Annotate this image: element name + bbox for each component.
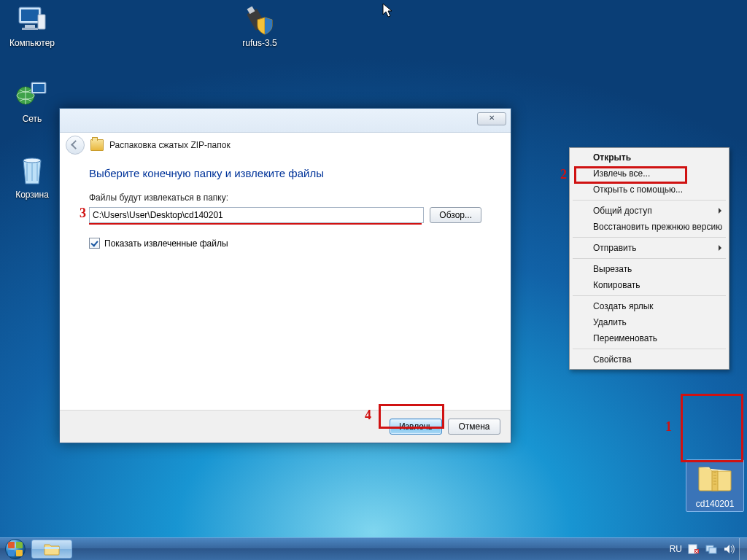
svg-point-9 <box>23 158 41 163</box>
back-button[interactable] <box>66 136 85 155</box>
desktop[interactable]: Компьютер Сеть Корзина rufus-3.5 cd14020… <box>0 0 747 538</box>
path-label: Файлы будут извлекаться в папку: <box>89 192 481 203</box>
ctx-delete[interactable]: Удалить <box>571 314 727 330</box>
desktop-icon-recycle-bin[interactable]: Корзина <box>4 153 60 200</box>
context-menu: Открыть Извлечь все... Открыть с помощью… <box>569 147 729 370</box>
wizard-heading: Выберите конечную папку и извлеките файл… <box>89 167 481 179</box>
ctx-separator <box>573 237 726 238</box>
recycle-bin-icon <box>15 153 50 188</box>
desktop-icon-label: Корзина <box>4 190 60 200</box>
dialog-titlebar[interactable]: ✕ <box>60 109 511 133</box>
ctx-create-shortcut[interactable]: Создать ярлык <box>571 298 727 314</box>
svg-rect-4 <box>38 15 45 29</box>
volume-icon[interactable] <box>723 543 735 555</box>
svg-rect-3 <box>22 28 38 30</box>
ctx-send-to[interactable]: Отправить <box>571 240 727 256</box>
ctx-separator <box>573 295 726 296</box>
windows-orb-icon <box>5 539 26 559</box>
browse-button[interactable]: Обзор... <box>430 207 481 223</box>
ctx-separator <box>573 258 726 259</box>
ctx-extract-all[interactable]: Извлечь все... <box>571 166 727 182</box>
annotation-underline <box>89 223 422 225</box>
zip-folder-icon <box>697 462 732 497</box>
desktop-icon-label: cd140201 <box>694 498 737 510</box>
annotation-number: 2 <box>560 168 567 181</box>
close-button[interactable]: ✕ <box>477 112 506 125</box>
start-button[interactable] <box>0 538 31 560</box>
extract-button[interactable]: Извлечь <box>390 419 442 435</box>
action-center-icon[interactable] <box>688 543 700 555</box>
ctx-open[interactable]: Открыть <box>571 149 727 166</box>
svg-rect-2 <box>25 25 35 28</box>
language-indicator[interactable]: RU <box>670 544 682 554</box>
desktop-icon-computer[interactable]: Компьютер <box>4 1 60 48</box>
folder-icon <box>44 542 60 556</box>
dialog-title: Распаковка сжатых ZIP-папок <box>109 140 231 150</box>
annotation-box-1 <box>681 394 743 462</box>
show-desktop-button[interactable] <box>739 538 747 560</box>
desktop-icon-zip-archive[interactable]: cd140201 <box>686 459 744 512</box>
show-extracted-label: Показать извлеченные файлы <box>104 238 228 249</box>
desktop-icon-label: rufus-3.5 <box>232 38 287 48</box>
desktop-icon-network[interactable]: Сеть <box>4 77 60 124</box>
svg-rect-1 <box>21 9 39 21</box>
desktop-icon-rufus[interactable]: rufus-3.5 <box>232 1 287 48</box>
system-tray: RU <box>665 538 739 560</box>
desktop-icon-label: Сеть <box>4 114 60 124</box>
show-extracted-checkbox[interactable] <box>89 238 100 249</box>
annotation-number: 1 <box>665 420 672 433</box>
ctx-separator <box>573 349 726 349</box>
close-icon: ✕ <box>489 114 495 122</box>
ctx-copy[interactable]: Копировать <box>571 277 727 293</box>
ctx-rename[interactable]: Переименовать <box>571 330 727 346</box>
ctx-share[interactable]: Общий доступ <box>571 203 727 219</box>
dialog-footer: Извлечь Отмена <box>60 410 511 443</box>
zip-folder-icon <box>90 139 104 151</box>
svg-rect-17 <box>709 548 716 553</box>
ctx-open-with[interactable]: Открыть с помощью... <box>571 182 727 198</box>
network-icon <box>15 77 50 112</box>
computer-icon <box>15 1 50 36</box>
taskbar-button-explorer[interactable] <box>31 540 72 559</box>
network-tray-icon[interactable] <box>705 543 717 555</box>
svg-rect-8 <box>33 84 44 92</box>
usb-shield-icon <box>242 1 277 36</box>
ctx-cut[interactable]: Вырезать <box>571 261 727 277</box>
taskbar: RU <box>0 537 747 560</box>
cancel-button[interactable]: Отмена <box>448 419 500 435</box>
destination-path-input[interactable] <box>89 207 424 223</box>
ctx-restore-previous[interactable]: Восстановить прежнюю версию <box>571 219 727 235</box>
ctx-separator <box>573 200 726 201</box>
desktop-icon-label: Компьютер <box>4 38 60 48</box>
cursor-icon <box>382 3 392 20</box>
ctx-properties[interactable]: Свойства <box>571 351 727 368</box>
extract-wizard-dialog: ✕ Распаковка сжатых ZIP-папок Выберите к… <box>59 108 511 443</box>
svg-rect-13 <box>44 547 59 549</box>
